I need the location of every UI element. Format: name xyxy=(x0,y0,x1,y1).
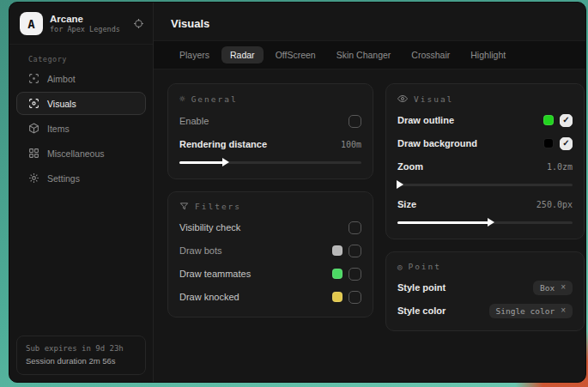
content-area: ☼ General Enable Rendering distance 100m xyxy=(154,70,585,345)
style-point-value: Box xyxy=(540,283,555,293)
session-duration-text: Session duration 2m 56s xyxy=(26,355,136,367)
card-title: Visual xyxy=(414,94,453,104)
tab-crosshair[interactable]: Crosshair xyxy=(403,46,458,63)
draw-outline-color-swatch[interactable] xyxy=(543,115,554,125)
enable-row: Enable xyxy=(179,112,361,130)
scan-eye-icon xyxy=(28,98,39,109)
slider-thumb[interactable] xyxy=(488,218,494,227)
sidebar-item-miscellaneous[interactable]: Miscellaneous xyxy=(16,142,146,165)
sidebar-item-label: Items xyxy=(47,124,70,134)
size-row: Size 250.0px xyxy=(397,196,573,213)
app-name: Arcane xyxy=(50,14,126,26)
zoom-label: Zoom xyxy=(397,161,541,172)
tab-players[interactable]: Players xyxy=(171,46,218,63)
main-panel: Visuals Players Radar OffScreen Skin Cha… xyxy=(154,3,585,382)
draw-bots-checkbox[interactable] xyxy=(349,245,361,257)
visibility-check-checkbox[interactable] xyxy=(349,221,361,234)
zoom-row: Zoom 1.0zm xyxy=(397,158,573,175)
sidebar-item-settings[interactable]: Settings xyxy=(16,166,146,190)
sidebar: A Arcane for Apex Legends Category Aimbo… xyxy=(9,3,154,382)
rendering-distance-value: 100m xyxy=(341,140,361,149)
point-card: ◎ Point Style point Box × Style color S xyxy=(385,251,585,331)
sidebar-item-aimbot[interactable]: Aimbot xyxy=(16,67,146,90)
grid-icon xyxy=(28,148,39,159)
filters-card: Filters Visibility check Draw bots Draw … xyxy=(167,191,373,317)
rendering-distance-label: Rendering distance xyxy=(179,139,335,149)
draw-knocked-row: Draw knocked xyxy=(179,288,361,305)
draw-background-row: Draw background ✓ xyxy=(397,135,573,152)
size-value: 250.0px xyxy=(536,200,573,209)
sidebar-item-label: Visuals xyxy=(47,99,76,109)
category-label: Category xyxy=(28,55,153,63)
app-subtitle: for Apex Legends xyxy=(50,25,126,33)
crosshair-target-icon xyxy=(28,73,39,84)
draw-background-checkbox[interactable]: ✓ xyxy=(560,137,573,150)
rendering-distance-slider[interactable] xyxy=(179,157,361,167)
visibility-check-row: Visibility check xyxy=(179,219,361,236)
draw-bots-color-swatch[interactable] xyxy=(332,245,342,256)
close-icon[interactable]: × xyxy=(561,283,566,292)
style-point-select[interactable]: Box × xyxy=(533,281,573,295)
draw-bots-row: Draw bots xyxy=(179,242,361,259)
enable-label: Enable xyxy=(179,116,342,126)
card-title: Filters xyxy=(195,202,241,211)
tab-offscreen[interactable]: OffScreen xyxy=(267,46,324,63)
sidebar-item-label: Settings xyxy=(47,173,80,184)
page-title: Visuals xyxy=(154,3,585,40)
sub-expires-text: Sub expires in 9d 23h xyxy=(26,343,136,355)
draw-knocked-color-swatch[interactable] xyxy=(332,292,342,302)
sidebar-item-visuals[interactable]: Visuals xyxy=(16,92,146,115)
draw-background-label: Draw background xyxy=(397,138,537,148)
eye-icon xyxy=(397,94,408,104)
sun-icon: ☼ xyxy=(179,94,185,105)
bullseye-icon: ◎ xyxy=(397,263,402,271)
visibility-check-label: Visibility check xyxy=(179,222,342,233)
style-color-value: Single color xyxy=(496,306,555,316)
slider-thumb[interactable] xyxy=(397,180,403,189)
sidebar-item-label: Miscellaneous xyxy=(47,148,105,159)
draw-teammates-row: Draw teammates xyxy=(179,265,361,282)
funnel-icon xyxy=(179,202,189,211)
tab-skin-changer[interactable]: Skin Changer xyxy=(328,46,400,63)
close-icon[interactable]: × xyxy=(561,306,566,315)
crosshair-icon[interactable] xyxy=(133,18,144,29)
app-logo: A xyxy=(20,12,43,35)
visual-card: Visual Draw outline ✓ Draw background ✓ … xyxy=(385,83,585,239)
filters-card-header: Filters xyxy=(179,202,361,211)
size-slider[interactable] xyxy=(397,217,573,227)
visual-card-header: Visual xyxy=(397,94,573,104)
tab-radar[interactable]: Radar xyxy=(221,46,264,63)
style-point-row: Style point Box × xyxy=(397,279,573,296)
general-card: ☼ General Enable Rendering distance 100m xyxy=(167,83,373,179)
draw-teammates-checkbox[interactable] xyxy=(349,268,361,281)
card-title: Point xyxy=(408,262,441,271)
draw-outline-row: Draw outline ✓ xyxy=(397,112,573,129)
draw-teammates-label: Draw teammates xyxy=(179,269,326,279)
card-title: General xyxy=(191,94,238,104)
rendering-distance-row: Rendering distance 100m xyxy=(179,136,361,153)
subscription-status-box: Sub expires in 9d 23h Session duration 2… xyxy=(16,336,146,375)
zoom-slider[interactable] xyxy=(397,179,573,190)
zoom-value: 1.0zm xyxy=(547,162,573,172)
gear-icon xyxy=(28,172,39,184)
draw-teammates-color-swatch[interactable] xyxy=(332,269,342,279)
sidebar-nav: Aimbot Visuals Items Miscellaneous xyxy=(9,67,153,190)
style-point-label: Style point xyxy=(397,282,527,293)
app-window: A Arcane for Apex Legends Category Aimbo… xyxy=(9,2,586,383)
draw-knocked-checkbox[interactable] xyxy=(349,291,361,304)
slider-thumb[interactable] xyxy=(222,158,229,166)
size-label: Size xyxy=(397,199,530,209)
draw-background-color-swatch[interactable] xyxy=(543,138,554,148)
draw-bots-label: Draw bots xyxy=(179,245,326,256)
style-color-label: Style color xyxy=(397,305,483,316)
style-color-select[interactable]: Single color × xyxy=(489,304,573,318)
enable-checkbox[interactable] xyxy=(349,115,361,128)
general-card-header: ☼ General xyxy=(179,94,361,105)
sidebar-item-items[interactable]: Items xyxy=(16,117,146,140)
cube-icon xyxy=(28,123,39,134)
tab-highlight[interactable]: Highlight xyxy=(462,46,514,63)
draw-knocked-label: Draw knocked xyxy=(179,292,326,302)
draw-outline-label: Draw outline xyxy=(397,115,537,125)
style-color-row: Style color Single color × xyxy=(397,302,573,319)
draw-outline-checkbox[interactable]: ✓ xyxy=(560,114,573,127)
